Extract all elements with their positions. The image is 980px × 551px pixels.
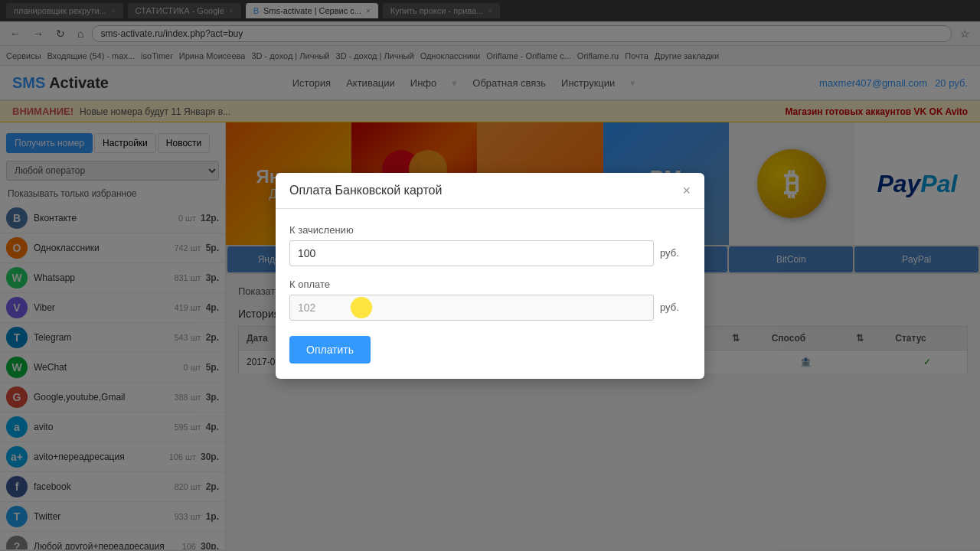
modal-overlay: Оплата Банковской картой × К зачислению … [0,0,980,551]
credit-unit: руб. [660,247,691,259]
payment-unit: руб. [660,302,691,313]
payment-row: руб. [289,295,691,321]
credit-row: руб. [289,240,691,266]
modal-close-button[interactable]: × [682,184,691,197]
credit-input[interactable] [289,240,654,266]
payment-input[interactable] [289,295,654,321]
payment-modal: Оплата Банковской картой × К зачислению … [276,173,704,379]
submit-payment-button[interactable]: Оплатить [289,336,371,364]
payment-form-group: К оплате руб. [289,279,691,321]
credit-form-group: К зачислению руб. [289,224,691,266]
modal-header: Оплата Банковской картой × [276,173,704,209]
modal-body: К зачислению руб. К оплате руб. Оплатить [276,209,704,379]
payment-label: К оплате [289,279,691,290]
modal-title: Оплата Банковской картой [289,184,442,197]
credit-label: К зачислению [289,224,691,236]
